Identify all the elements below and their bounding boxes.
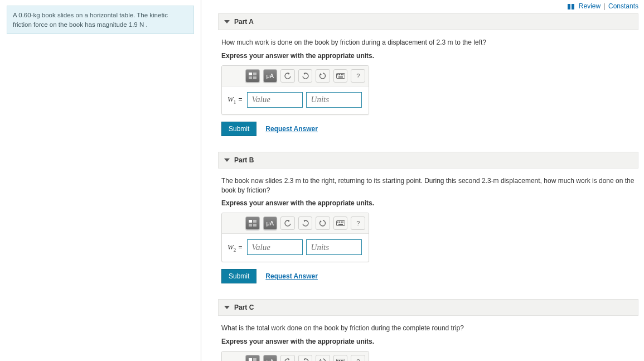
part-b-value-input[interactable] [247,239,303,255]
template-button[interactable] [245,216,260,230]
svg-rect-15 [253,224,256,227]
keyboard-button[interactable] [333,355,348,361]
part-a-request-answer-link[interactable]: Request Answer [265,125,318,133]
svg-rect-20 [342,222,343,223]
collapse-triangle-icon [224,158,230,162]
part-a-toolbar: μA ? [222,66,369,86]
redo-button[interactable] [298,355,313,361]
part-b-instruct: Express your answer with the appropriate… [221,199,635,207]
review-icon [568,4,574,9]
undo-button[interactable] [280,355,295,361]
svg-rect-10 [342,74,343,75]
svg-rect-2 [249,73,252,75]
part-b-submit-button[interactable]: Submit [221,269,256,283]
constants-link[interactable]: Constants [608,2,638,10]
special-chars-button[interactable]: μA [263,355,278,361]
svg-rect-0 [568,4,570,9]
top-links: Review | Constants [218,0,638,13]
part-b-request-answer-link[interactable]: Request Answer [265,272,318,280]
svg-rect-14 [249,224,252,227]
part-a-var-label: W1 = [227,95,244,105]
svg-rect-11 [338,76,343,78]
help-button[interactable]: ? [351,69,365,83]
redo-button[interactable] [298,69,313,83]
template-button[interactable] [245,355,260,361]
problem-text: A 0.60-kg book slides on a horizontal ta… [13,12,168,28]
reset-button[interactable] [316,355,330,361]
svg-rect-18 [339,222,340,223]
part-c-toolbar: μA ? [222,352,369,361]
part-b-answer-box: μA ? [221,213,369,262]
svg-rect-8 [339,74,340,75]
svg-rect-3 [253,73,256,75]
part-a: Part A How much work is done on the book… [218,13,638,142]
part-c-title: Part C [234,304,254,311]
part-b-title: Part B [234,156,254,164]
special-chars-button[interactable]: μA [263,216,278,230]
part-a-value-input[interactable] [247,92,303,108]
redo-button[interactable] [298,216,313,230]
svg-rect-17 [337,222,338,223]
svg-rect-5 [253,76,256,79]
template-button[interactable] [245,69,260,83]
part-a-units-input[interactable] [306,92,362,108]
keyboard-button[interactable] [333,216,348,230]
link-separator: | [604,2,606,10]
reset-button[interactable] [316,216,330,230]
part-b-var-label: W2 = [227,243,244,253]
svg-rect-16 [336,221,345,226]
collapse-triangle-icon [224,306,230,309]
collapse-triangle-icon [224,20,230,23]
part-c-answer-box: μA ? [221,351,369,361]
help-button[interactable]: ? [351,216,365,230]
undo-button[interactable] [280,216,295,230]
undo-button[interactable] [280,69,295,83]
part-a-instruct: Express your answer with the appropriate… [221,52,635,60]
problem-statement: A 0.60-kg book slides on a horizontal ta… [7,6,194,34]
part-a-question: How much work is done on the book by fri… [221,38,635,47]
svg-rect-7 [337,74,338,75]
part-a-answer-box: μA ? [221,65,369,115]
part-a-submit-button[interactable]: Submit [221,122,256,136]
part-b: Part B The book now slides 2.3 m to the … [218,152,638,290]
svg-rect-21 [338,224,343,225]
part-a-title: Part A [234,18,254,26]
part-c-question: What is the total work done on the book … [221,324,635,333]
svg-rect-1 [572,4,574,9]
part-b-header[interactable]: Part B [218,152,638,169]
reset-button[interactable] [316,69,330,83]
svg-rect-4 [249,76,252,79]
svg-rect-13 [253,220,256,223]
help-button[interactable]: ? [351,355,365,361]
special-chars-button[interactable]: μA [263,69,278,83]
part-c-header[interactable]: Part C [218,299,638,316]
svg-rect-12 [249,220,252,223]
review-link[interactable]: Review [579,2,601,10]
svg-rect-6 [336,73,345,78]
part-b-question: The book now slides 2.3 m to the right, … [221,176,635,195]
part-c: Part C What is the total work done on th… [218,299,638,361]
svg-rect-23 [253,358,256,361]
keyboard-button[interactable] [333,69,348,83]
part-c-instruct: Express your answer with the appropriate… [221,338,635,345]
part-b-units-input[interactable] [306,239,362,255]
svg-rect-19 [341,222,342,223]
part-b-toolbar: μA ? [222,213,369,234]
svg-rect-22 [249,358,252,361]
svg-rect-9 [341,74,342,75]
part-a-header[interactable]: Part A [218,13,638,30]
